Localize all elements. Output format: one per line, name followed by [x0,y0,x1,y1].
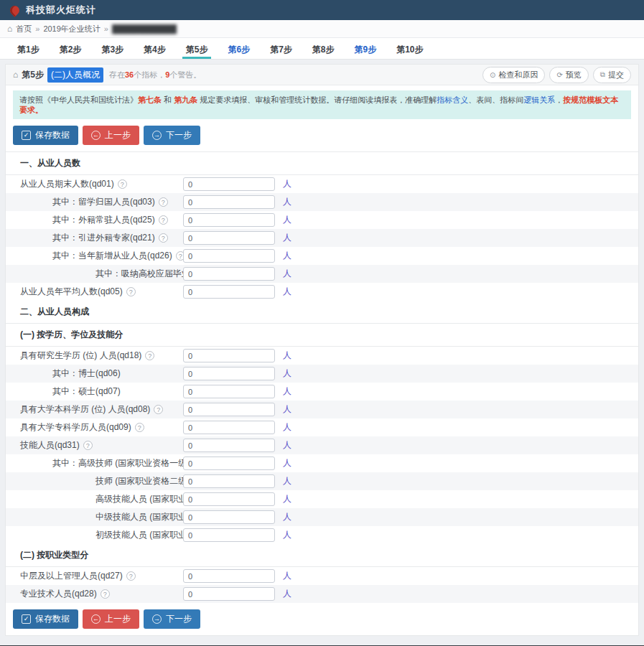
previous-step-button[interactable]: ←上一步 [83,126,139,145]
tab-step-5[interactable]: 第5步 [176,38,218,59]
field-label-text: 其中：硕士(qd07) [52,385,121,398]
save-data-button[interactable]: ✓保存数据 [13,126,78,145]
text-segment: ， [555,95,563,104]
field-input[interactable] [183,457,275,470]
tab-step-10[interactable]: 第10步 [386,38,433,59]
field-label: 其中：引进外籍专家(qd21) ? [6,232,168,244]
help-icon[interactable]: ? [159,233,168,243]
help-icon[interactable]: ? [159,215,168,225]
form-row: 具有大学本科学历 (位) 人员(qd08) ? 人 [6,401,638,418]
submit-button[interactable]: ⧉提交 [593,67,631,83]
check-and-reason-button[interactable]: ⊙检查和原因 [482,67,545,83]
page-content: ⌂ 第5步 (二)人员概况 存在36个指标，9个警告。 ⊙检查和原因⟳预览⧉提交… [0,60,644,645]
help-icon[interactable]: ? [118,179,127,189]
tab-step-8[interactable]: 第8步 [302,38,345,59]
field-control: 人 [183,367,291,380]
help-icon[interactable]: ? [101,589,110,599]
field-input[interactable] [183,213,275,227]
field-label: 其中：外籍常驻人员(qd25) ? [6,214,168,226]
text-segment: 规定要求填报、审核和管理统计数据。请仔细阅读填报表，准确理解 [197,95,437,104]
unit-label: 人 [283,457,291,469]
unit-label: 人 [283,350,291,362]
tab-step-9[interactable]: 第9步 [345,38,387,59]
field-input[interactable] [183,510,275,524]
save-check-icon: ✓ [22,131,31,140]
panel-actions: ⊙检查和原因⟳预览⧉提交 [482,67,631,83]
field-label: 从业人员年平均人数(qd05) ? [6,286,136,298]
field-input[interactable] [183,528,275,542]
field-control: 人 [183,457,291,470]
subsection-title-occupation: (二) 按职业类型分 [6,544,638,567]
field-input[interactable] [183,587,275,601]
field-input[interactable] [183,492,275,506]
preview-button[interactable]: ⟳预览 [549,67,588,83]
button-label: 预览 [566,70,582,80]
previous-step-button[interactable]: ←上一步 [83,609,139,629]
top-button-row: ✓保存数据←上一步→下一步 [6,119,638,151]
brand-title: 科技部火炬统计 [26,4,96,17]
next-step-button[interactable]: →下一步 [144,126,200,145]
circle-check-icon: ⊙ [490,71,495,79]
text-segment: 和 [162,95,174,104]
field-input[interactable] [183,421,275,434]
save-data-button[interactable]: ✓保存数据 [13,609,78,629]
field-input[interactable] [183,403,275,416]
form-row: 其中：高级技师 (国家职业资格一级) (qd32) ? 人 [6,454,638,472]
field-label: 其中：硕士(qd07) ? [6,385,121,398]
help-icon[interactable]: ? [126,287,136,296]
field-input[interactable] [183,177,275,191]
field-input[interactable] [183,231,275,245]
text-segment: 逻辑关系 [523,95,555,104]
field-label-text: 从业人员年平均人数(qd05) [20,286,123,298]
field-input[interactable] [183,385,275,398]
section-1-rows: 从业人员期末人数(qd01) ? 人 其中：留学归国人员(qd03) ? 人 其… [6,175,638,301]
form-row: 专业技术人员(qd28) ? 人 [6,585,638,603]
text-segment: 、表间、指标间 [468,95,523,104]
field-control: 人 [183,231,291,245]
form-row: 从业人员期末人数(qd01) ? 人 [6,175,638,193]
help-icon[interactable]: ? [145,351,154,360]
button-label: 上一步 [105,613,131,625]
external-link-icon: ⧉ [600,70,605,79]
section-title-1: 一、从业人员数 [6,151,638,175]
form-row: 具有大学专科学历人员(qd09) ? 人 [6,418,638,436]
field-input[interactable] [183,367,275,380]
breadcrumb-separator: » [35,24,39,33]
help-icon[interactable]: ? [135,423,144,432]
button-label: 检查和原因 [498,70,538,80]
field-input[interactable] [183,349,275,362]
field-input[interactable] [183,249,275,263]
arrow-right-circle-icon: → [152,614,162,624]
help-icon[interactable]: ? [126,571,136,581]
unit-label: 人 [283,232,291,244]
tab-step-6[interactable]: 第6步 [218,38,260,59]
section-badge: (二)人员概况 [47,67,103,83]
field-input[interactable] [183,569,275,583]
field-input[interactable] [183,285,275,299]
field-label: 专业技术人员(qd28) ? [6,588,110,600]
breadcrumb-home-link[interactable]: 首页 [16,24,32,34]
help-icon[interactable]: ? [83,441,93,450]
tab-step-1[interactable]: 第1步 [7,38,50,59]
field-label-text: 其中：留学归国人员(qd03) [52,196,155,208]
tab-step-3[interactable]: 第3步 [91,38,134,59]
field-input[interactable] [183,195,275,209]
save-check-icon: ✓ [22,614,31,624]
help-icon[interactable]: ? [154,405,163,414]
tab-step-7[interactable]: 第7步 [260,38,302,59]
field-input[interactable] [183,474,275,488]
field-input[interactable] [183,267,275,281]
field-label: 其中：留学归国人员(qd03) ? [6,196,168,208]
breadcrumb-year-link[interactable]: 2019年企业统计 [43,24,100,34]
field-control: 人 [183,528,291,542]
tab-step-4[interactable]: 第4步 [134,38,176,59]
field-label-text: 其中：当年新增从业人员(qd26) [52,250,172,262]
field-label: 其中：当年新增从业人员(qd26) ? [6,250,185,262]
next-step-button[interactable]: →下一步 [144,609,200,629]
tab-step-2[interactable]: 第2步 [50,38,92,59]
field-input[interactable] [183,439,275,452]
text-segment: 存在 [109,70,125,79]
button-label: 保存数据 [35,129,70,141]
button-label: 提交 [608,70,624,80]
help-icon[interactable]: ? [159,197,168,207]
